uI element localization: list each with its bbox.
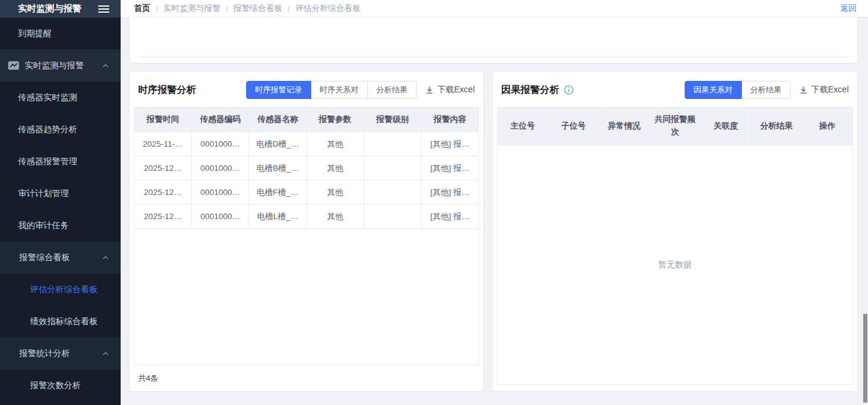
col-sensor-code: 传感器编码	[192, 107, 249, 132]
cell-sensor-name: 电槽F槽_…	[249, 180, 306, 204]
table-row[interactable]: 2025-12… 0001000… 电槽F槽_… 其他 [其他] 报…	[135, 180, 478, 205]
col-anomaly: 异常情况	[599, 107, 650, 145]
vertical-scrollbar-thumb[interactable]	[863, 314, 867, 403]
timeseries-download-excel-button[interactable]: 下载Excel	[425, 85, 475, 95]
breadcrumb-separator: /	[288, 4, 290, 13]
timeseries-panel: 时序报警分析 时序报警记录 时序关系对 分析结果 下载Excel 报警时间 传感…	[130, 72, 483, 391]
top-card-partial	[130, 18, 857, 63]
cell-alarm-level	[364, 205, 422, 228]
breadcrumb-separator: /	[156, 4, 158, 13]
cell-alarm-content: [其他] 报…	[422, 132, 478, 156]
sidebar-item-label: 传感器实时监测	[18, 92, 77, 103]
tab-causal-results[interactable]: 分析结果	[742, 81, 791, 99]
cell-alarm-time: 2025-12…	[135, 156, 192, 180]
sidebar-item-label: 报警综合看板	[19, 252, 70, 263]
download-label: 下载Excel	[811, 85, 849, 95]
sidebar-item-sensor-trend[interactable]: 传感器趋势分析	[0, 113, 121, 145]
tab-timeseries-pairs[interactable]: 时序关系对	[311, 81, 368, 99]
col-alarm-content: 报警内容	[422, 107, 478, 132]
cell-alarm-level	[364, 180, 422, 204]
cell-alarm-time: 2025-12…	[135, 205, 192, 228]
sidebar-item-label: 传感器报警管理	[18, 156, 77, 167]
timeseries-tabs: 时序报警记录 时序关系对 分析结果	[246, 81, 417, 99]
back-link[interactable]: 返回	[840, 3, 857, 14]
chevron-up-icon	[103, 256, 109, 260]
causal-table-header: 主位号 子位号 异常情况 共同报警频次 关联度 分析结果 操作	[498, 107, 852, 145]
sidebar-item-label: 报警次数分析	[30, 380, 81, 391]
breadcrumb-realtime-monitor[interactable]: 实时监测与报警	[163, 3, 221, 14]
chevron-up-icon	[103, 352, 109, 356]
sidebar-item-audit-plan[interactable]: 审计计划管理	[0, 177, 121, 209]
cell-alarm-param: 其他	[307, 156, 364, 180]
sidebar-title: 实时监测与报警	[18, 3, 81, 14]
causal-download-excel-button[interactable]: 下载Excel	[799, 85, 849, 95]
table-row[interactable]: 2025-12… 0001000… 电槽L槽_… 其他 [其他] 报…	[135, 205, 478, 229]
cell-alarm-param: 其他	[307, 205, 364, 228]
sidebar: 实时监测与报警 到期提醒 实时监测与报警 传感器实时监测 传感器趋势分析 传感器…	[0, 0, 121, 405]
cell-sensor-code: 0001000…	[192, 156, 249, 180]
cell-alarm-param: 其他	[307, 180, 364, 204]
cell-alarm-content: [其他] 报…	[422, 180, 478, 204]
causal-panel-header: 因果报警分析 因果关系对 分析结果 下载Excel	[497, 79, 853, 107]
sidebar-title-bar: 实时监测与报警	[0, 0, 121, 18]
cell-sensor-code: 0001000…	[192, 180, 249, 204]
sidebar-item-label: 我的审计任务	[18, 220, 69, 231]
col-correlation: 关联度	[701, 107, 752, 145]
info-icon[interactable]	[564, 85, 574, 95]
sidebar-item-sensor-alarm-mgmt[interactable]: 传感器报警管理	[0, 145, 121, 177]
sidebar-item-label: 实时监测与报警	[25, 60, 84, 71]
table-empty-space	[135, 229, 478, 365]
table-row[interactable]: 2025-12… 0001000… 电槽B槽_… 其他 [其他] 报…	[135, 156, 478, 180]
tab-timeseries-records[interactable]: 时序报警记录	[246, 81, 311, 99]
chevron-up-icon	[103, 64, 109, 68]
timeseries-total-count: 共4条	[134, 365, 479, 385]
table-row[interactable]: 2025-11-… 0001000… 电槽D槽_… 其他 [其他] 报…	[135, 132, 478, 156]
sidebar-item-sensor-realtime[interactable]: 传感器实时监测	[0, 81, 121, 113]
top-card-divider	[139, 57, 848, 57]
download-icon	[799, 86, 808, 94]
tab-timeseries-results[interactable]: 分析结果	[368, 81, 417, 99]
empty-state-text: 暂无数据	[498, 145, 852, 384]
breadcrumb: 首页 / 实时监测与报警 / 报警综合看板 / 评估分析综合看板	[134, 3, 361, 14]
sidebar-group-alarm-statistics[interactable]: 报警统计分析	[0, 337, 121, 369]
sidebar-item-eval-analysis-dashboard[interactable]: 评估分析综合看板	[0, 273, 121, 305]
col-co-alarm-frequency: 共同报警频次	[650, 107, 700, 145]
cell-alarm-param: 其他	[307, 132, 364, 156]
col-alarm-time: 报警时间	[135, 107, 192, 132]
tab-causal-pairs[interactable]: 因果关系对	[685, 81, 742, 99]
timeseries-panel-header: 时序报警分析 时序报警记录 时序关系对 分析结果 下载Excel	[134, 79, 479, 107]
causal-panel: 因果报警分析 因果关系对 分析结果 下载Excel 主位号 子位号 异常情况 共…	[493, 72, 857, 391]
download-label: 下载Excel	[437, 85, 475, 95]
sidebar-group-alarm-dashboard[interactable]: 报警综合看板	[0, 241, 121, 273]
download-icon	[425, 86, 434, 94]
timeseries-table-header: 报警时间 传感器编码 传感器名称 报警参数 报警级别 报警内容	[135, 107, 478, 132]
breadcrumb-separator: /	[226, 4, 228, 13]
sidebar-group-realtime-monitor[interactable]: 实时监测与报警	[0, 49, 121, 81]
causal-table: 主位号 子位号 异常情况 共同报警频次 关联度 分析结果 操作 暂无数据	[497, 107, 853, 385]
col-alarm-param: 报警参数	[307, 107, 364, 132]
breadcrumb-home[interactable]: 首页	[134, 3, 150, 14]
cell-alarm-time: 2025-12…	[135, 180, 192, 204]
hamburger-icon[interactable]	[98, 5, 110, 13]
sidebar-item-label: 绩效指标综合看板	[30, 316, 98, 327]
sidebar-item-alarm-count-analysis[interactable]: 报警次数分析	[0, 369, 121, 401]
col-sub-tag: 子位号	[548, 107, 599, 145]
col-alarm-level: 报警级别	[364, 107, 422, 132]
cell-alarm-time: 2025-11-…	[135, 132, 192, 156]
breadcrumb-alarm-dashboard[interactable]: 报警综合看板	[233, 3, 282, 14]
sidebar-item-label: 报警统计分析	[19, 348, 70, 359]
sidebar-item-kpi-dashboard[interactable]: 绩效指标综合看板	[0, 305, 121, 337]
sidebar-item-due-reminder[interactable]: 到期提醒	[0, 18, 121, 49]
col-sensor-name: 传感器名称	[249, 107, 306, 132]
col-main-tag: 主位号	[498, 107, 548, 145]
sidebar-item-label: 到期提醒	[18, 28, 52, 39]
main-content: 时序报警分析 时序报警记录 时序关系对 分析结果 下载Excel 报警时间 传感…	[121, 18, 868, 405]
col-analysis-result: 分析结果	[752, 107, 802, 145]
cell-alarm-content: [其他] 报…	[422, 205, 478, 228]
timeseries-panel-title: 时序报警分析	[138, 84, 196, 97]
breadcrumb-current: 评估分析综合看板	[296, 3, 361, 14]
sidebar-item-label: 评估分析综合看板	[30, 284, 98, 295]
causal-panel-title: 因果报警分析	[501, 84, 559, 97]
sidebar-item-my-audit-tasks[interactable]: 我的审计任务	[0, 209, 121, 241]
topbar: 首页 / 实时监测与报警 / 报警综合看板 / 评估分析综合看板 返回	[121, 0, 868, 18]
